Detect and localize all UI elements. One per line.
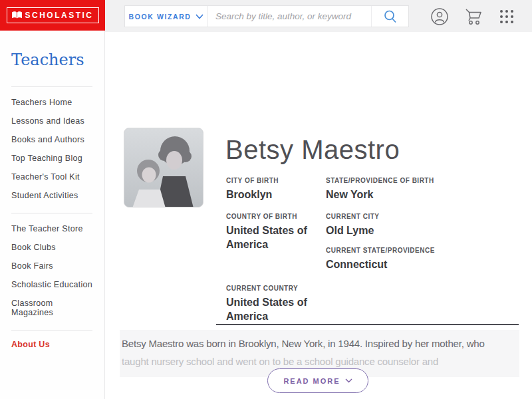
field-value: United States of America bbox=[226, 224, 316, 252]
sidebar-divider bbox=[11, 213, 92, 213]
sidebar-nav-secondary: The Teacher Store Book Clubs Book Fairs … bbox=[0, 219, 104, 322]
account-button[interactable] bbox=[430, 7, 450, 27]
grid-dots-icon bbox=[499, 9, 515, 25]
field-label: COUNTRY OF BIRTH bbox=[226, 213, 316, 220]
field-label: CURRENT STATE/PROVIDENCE bbox=[326, 247, 452, 254]
apps-menu-button[interactable] bbox=[497, 7, 517, 27]
shopping-cart-icon bbox=[464, 7, 483, 26]
search-icon bbox=[383, 9, 398, 24]
sidebar-item-scholastic-education[interactable]: Scholastic Education bbox=[11, 275, 95, 294]
sidebar-divider bbox=[11, 86, 92, 87]
bio-line-2: taught nursery school and went on to be … bbox=[122, 352, 517, 370]
author-name: Betsy Maestro bbox=[225, 135, 400, 165]
bio-divider bbox=[216, 324, 519, 325]
field-value: Connecticut bbox=[326, 258, 452, 272]
user-circle-icon bbox=[430, 7, 449, 26]
bio-line-1: Betsy Maestro was born in Brooklyn, New … bbox=[122, 334, 517, 352]
field-value: Brooklyn bbox=[226, 188, 319, 202]
field-value: United States of America bbox=[226, 296, 316, 324]
read-more-label: READ MORE bbox=[283, 377, 340, 385]
sidebar-item-books-and-authors[interactable]: Books and Authors bbox=[11, 130, 95, 149]
sidebar-item-about-us[interactable]: About Us bbox=[11, 340, 104, 349]
field-state-of-birth: STATE/PROVIDENCE OF BIRTH New York bbox=[326, 177, 452, 202]
sidebar-item-classroom-magazines[interactable]: Classroom Magazines bbox=[11, 294, 95, 322]
sidebar-divider bbox=[11, 330, 92, 331]
sidebar-item-book-clubs[interactable]: Book Clubs bbox=[11, 238, 95, 257]
scholastic-logo[interactable]: SCHOLASTIC bbox=[0, 0, 105, 31]
read-more-button[interactable]: READ MORE bbox=[267, 368, 368, 393]
sidebar-item-book-fairs[interactable]: Book Fairs bbox=[11, 257, 95, 275]
sidebar-item-teachers-tool-kit[interactable]: Teacher's Tool Kit bbox=[11, 168, 95, 186]
search-bar: BOOK WIZARD bbox=[124, 5, 409, 27]
cart-button[interactable] bbox=[464, 7, 483, 27]
search-button[interactable] bbox=[371, 6, 408, 27]
search-input[interactable] bbox=[207, 6, 371, 27]
author-photo bbox=[124, 128, 203, 207]
field-value: Old Lyme bbox=[326, 224, 452, 238]
field-current-city: CURRENT CITY Old Lyme bbox=[326, 213, 452, 238]
field-label: CURRENT COUNTRY bbox=[226, 285, 316, 292]
sidebar-item-top-teaching-blog[interactable]: Top Teaching Blog bbox=[11, 149, 95, 168]
field-label: CURRENT CITY bbox=[326, 213, 452, 220]
book-wizard-dropdown[interactable]: BOOK WIZARD bbox=[125, 6, 207, 27]
field-label: CITY OF BIRTH bbox=[226, 177, 319, 184]
page: SCHOLASTIC BOOK WIZARD bbox=[0, 0, 532, 399]
scholastic-logo-box: SCHOLASTIC bbox=[7, 7, 99, 23]
chevron-down-icon bbox=[196, 14, 203, 19]
field-current-state: CURRENT STATE/PROVIDENCE Connecticut bbox=[326, 247, 452, 272]
field-label: STATE/PROVIDENCE OF BIRTH bbox=[326, 177, 452, 184]
open-book-icon bbox=[11, 11, 23, 19]
field-current-country: CURRENT COUNTRY United States of America bbox=[226, 285, 316, 324]
author-photo-image bbox=[124, 128, 203, 207]
sidebar: Teachers Teachers Home Lessons and Ideas… bbox=[0, 31, 105, 399]
book-wizard-label: BOOK WIZARD bbox=[128, 13, 191, 21]
sidebar-item-the-teacher-store[interactable]: The Teacher Store bbox=[11, 219, 95, 238]
sidebar-title-teachers[interactable]: Teachers bbox=[11, 51, 104, 69]
sidebar-item-lessons-and-ideas[interactable]: Lessons and Ideas bbox=[11, 112, 95, 130]
sidebar-item-teachers-home[interactable]: Teachers Home bbox=[11, 93, 95, 112]
logo-text: SCHOLASTIC bbox=[25, 11, 94, 20]
field-country-of-birth: COUNTRY OF BIRTH United States of Americ… bbox=[226, 213, 316, 252]
field-city-of-birth: CITY OF BIRTH Brooklyn bbox=[226, 177, 319, 202]
sidebar-nav-primary: Teachers Home Lessons and Ideas Books an… bbox=[0, 93, 104, 205]
chevron-down-icon bbox=[345, 378, 352, 383]
sidebar-item-student-activities[interactable]: Student Activities bbox=[11, 186, 95, 205]
field-value: New York bbox=[326, 188, 452, 202]
